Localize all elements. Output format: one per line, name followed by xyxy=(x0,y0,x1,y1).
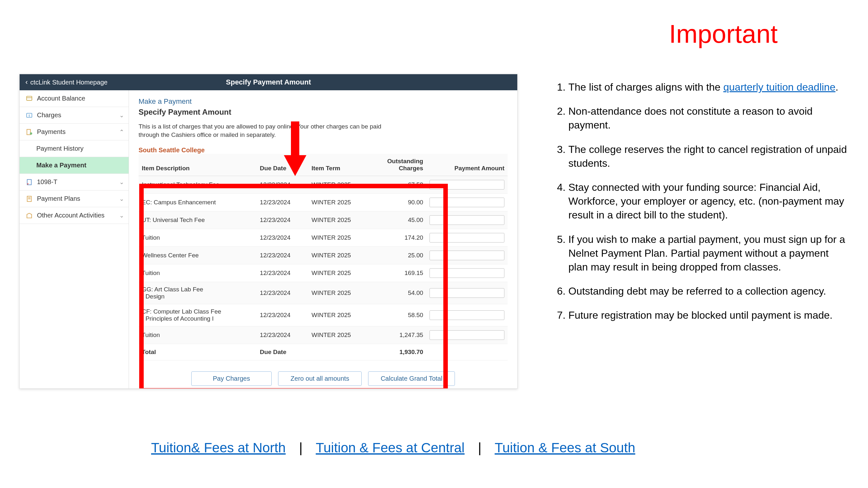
total-label: Total xyxy=(138,344,256,360)
table-row: GG: Art Class Lab Fee - Design12/23/2024… xyxy=(138,282,507,304)
sidebar-item-label: 1098-T xyxy=(37,178,57,186)
payment-amount-input[interactable] xyxy=(430,215,504,225)
chevron-left-icon: ‹ xyxy=(25,78,28,87)
note-item: Stay connected with your funding source:… xyxy=(568,181,849,222)
sidebar: Account Balance$Charges⌄Payments⌃Payment… xyxy=(20,90,129,388)
sidebar-item-label: Other Account Activities xyxy=(37,212,104,219)
chevron-down-icon: ⌄ xyxy=(119,178,124,186)
table-row: Tuition12/23/2024WINTER 20251,247.35 xyxy=(138,326,507,344)
cell-term: WINTER 2025 xyxy=(308,194,368,212)
footer-links: Tuition& Fees at North | Tuition & Fees … xyxy=(151,440,730,456)
table-row: CF: Computer Lab Class Fee - Principles … xyxy=(138,304,507,326)
college-name: South Seattle College xyxy=(138,147,507,154)
sidebar-item-other-account-activities[interactable]: Other Account Activities⌄ xyxy=(20,207,129,224)
cell-due-date: 12/23/2024 xyxy=(256,247,308,264)
back-label: ctcLink Student Homepage xyxy=(30,79,107,86)
sidebar-icon xyxy=(25,129,34,136)
sidebar-item-make-a-payment[interactable]: Make a Payment xyxy=(20,157,129,174)
link-tuition-south[interactable]: Tuition & Fees at South xyxy=(495,440,635,455)
cell-due-date: 12/23/2024 xyxy=(256,282,308,304)
cell-description: CF: Computer Lab Class Fee - Principles … xyxy=(138,304,256,326)
cell-outstanding: 25.00 xyxy=(368,247,427,264)
cell-due-date: 12/23/2024 xyxy=(256,264,308,282)
sidebar-icon xyxy=(25,95,34,102)
cell-term: WINTER 2025 xyxy=(308,264,368,282)
sidebar-item-payments[interactable]: Payments⌃ xyxy=(20,124,129,140)
sidebar-item-label: Make a Payment xyxy=(36,162,87,169)
table-row: Instructional Technology Fee12/23/2024WI… xyxy=(138,176,507,194)
cell-due-date: 12/23/2024 xyxy=(256,212,308,229)
payment-amount-input[interactable] xyxy=(430,180,504,190)
cell-term: WINTER 2025 xyxy=(308,176,368,194)
sidebar-item-payment-history[interactable]: Payment History xyxy=(20,140,129,157)
total-due-label: Due Date xyxy=(256,344,308,360)
cell-outstanding: 90.00 xyxy=(368,194,427,212)
payment-amount-input[interactable] xyxy=(430,233,504,242)
calculate-total-button[interactable]: Calculate Grand Total xyxy=(368,371,455,386)
ctclink-screenshot: ‹ ctcLink Student Homepage Specify Payme… xyxy=(19,74,518,389)
col-outstanding: Outstanding Charges xyxy=(368,154,427,176)
table-row: Tuition12/23/2024WINTER 2025169.15 xyxy=(138,264,507,282)
payment-amount-input[interactable] xyxy=(430,310,504,320)
note-item: Non-attendance does not constitute a rea… xyxy=(568,104,849,132)
col-item-description: Item Description xyxy=(138,154,256,176)
separator: | xyxy=(299,440,303,455)
payment-amount-input[interactable] xyxy=(430,251,504,260)
back-button[interactable]: ‹ ctcLink Student Homepage xyxy=(20,74,113,90)
table-row: UT: Universal Tech Fee12/23/2024WINTER 2… xyxy=(138,212,507,229)
cell-description: Instructional Technology Fee xyxy=(138,176,256,194)
sidebar-item-label: Payment History xyxy=(36,145,84,152)
svg-rect-0 xyxy=(27,96,32,100)
sidebar-item-account-balance[interactable]: Account Balance xyxy=(20,90,129,107)
note-item: Future registration may be blocked until… xyxy=(568,308,849,322)
payment-amount-input[interactable] xyxy=(430,198,504,207)
cell-description: Wellness Center Fee xyxy=(138,247,256,264)
intro-text: This is a list of charges that you are a… xyxy=(138,122,383,139)
note-item: If you wish to make a partial payment, y… xyxy=(568,233,849,274)
sidebar-item-charges[interactable]: $Charges⌄ xyxy=(20,107,129,124)
sidebar-item-1098-t[interactable]: 1098-T⌄ xyxy=(20,174,129,191)
cell-outstanding: 169.15 xyxy=(368,264,427,282)
sidebar-icon xyxy=(25,195,34,202)
cell-due-date: 12/23/2024 xyxy=(256,229,308,247)
chevron-up-icon: ⌃ xyxy=(119,129,124,136)
sidebar-item-label: Payments xyxy=(37,128,66,136)
sidebar-item-label: Charges xyxy=(37,111,61,119)
sidebar-item-payment-plans[interactable]: Payment Plans⌄ xyxy=(20,191,129,207)
cell-term: WINTER 2025 xyxy=(308,282,368,304)
quarterly-deadline-link[interactable]: quarterly tuition deadline xyxy=(723,81,836,93)
table-row: Wellness Center Fee12/23/2024WINTER 2025… xyxy=(138,247,507,264)
sidebar-icon xyxy=(25,178,34,186)
col-due-date: Due Date xyxy=(256,154,308,176)
cell-due-date: 12/23/2024 xyxy=(256,304,308,326)
svg-rect-4 xyxy=(27,129,31,135)
chevron-down-icon: ⌄ xyxy=(119,212,124,219)
cell-description: Tuition xyxy=(138,326,256,344)
payment-amount-input[interactable] xyxy=(430,330,504,340)
cell-outstanding: 174.20 xyxy=(368,229,427,247)
table-row: Tuition12/23/2024WINTER 2025174.20 xyxy=(138,229,507,247)
payment-amount-input[interactable] xyxy=(430,288,504,298)
link-tuition-central[interactable]: Tuition & Fees at Central xyxy=(316,440,465,455)
cell-term: WINTER 2025 xyxy=(308,304,368,326)
zero-out-button[interactable]: Zero out all amounts xyxy=(278,371,362,386)
total-amount: 1,930.70 xyxy=(368,344,427,360)
section-heading: Specify Payment Amount xyxy=(138,108,507,117)
pay-charges-button[interactable]: Pay Charges xyxy=(191,371,272,386)
cell-term: WINTER 2025 xyxy=(308,247,368,264)
app-header: ‹ ctcLink Student Homepage Specify Payme… xyxy=(20,74,517,90)
cell-description: Tuition xyxy=(138,229,256,247)
note-item: The list of charges aligns with the quar… xyxy=(568,80,849,94)
svg-point-5 xyxy=(30,132,32,134)
payment-amount-input[interactable] xyxy=(430,268,504,278)
sidebar-item-label: Payment Plans xyxy=(37,195,81,202)
cell-description: Tuition xyxy=(138,264,256,282)
separator: | xyxy=(478,440,482,455)
link-tuition-north[interactable]: Tuition& Fees at North xyxy=(151,440,286,455)
sidebar-icon xyxy=(25,212,34,219)
col-payment-amount: Payment Amount xyxy=(426,154,507,176)
cell-term: WINTER 2025 xyxy=(308,212,368,229)
note-item: Outstanding debt may be referred to a co… xyxy=(568,284,849,298)
breadcrumb-link[interactable]: Make a Payment xyxy=(138,97,507,106)
main-content: Make a Payment Specify Payment Amount Th… xyxy=(129,90,517,388)
